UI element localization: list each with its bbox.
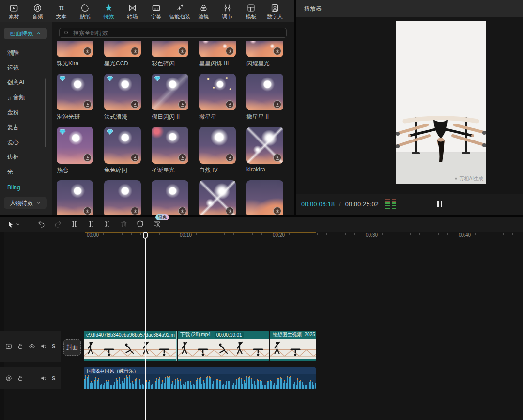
download-icon[interactable] bbox=[83, 207, 92, 215]
sidebar-item-Bling[interactable]: Bling bbox=[0, 180, 52, 195]
toolbar-item-transition[interactable]: 转场 bbox=[121, 3, 144, 19]
toolbar-item-text[interactable]: TI文本 bbox=[49, 3, 73, 19]
sidebar-item-运镜[interactable]: 运镜 bbox=[0, 61, 52, 76]
effect-thumbnail[interactable] bbox=[199, 74, 236, 110]
playhead[interactable] bbox=[143, 232, 148, 420]
effect-thumbnail[interactable] bbox=[199, 41, 236, 57]
solo-label[interactable]: S bbox=[52, 343, 55, 349]
toolbar-item-filter[interactable]: 滤镜 bbox=[192, 3, 215, 19]
sidebar-scrollbar[interactable] bbox=[45, 78, 46, 147]
effect-thumbnail[interactable] bbox=[246, 41, 283, 57]
effect-item[interactable] bbox=[104, 180, 141, 215]
download-icon[interactable] bbox=[178, 47, 186, 55]
effect-item[interactable]: 撒星星 bbox=[199, 74, 236, 120]
download-icon[interactable] bbox=[83, 47, 92, 55]
effect-item[interactable]: 珠光Kira bbox=[57, 41, 93, 66]
effect-item[interactable] bbox=[152, 180, 188, 215]
effect-thumbnail[interactable] bbox=[199, 127, 236, 164]
effect-thumbnail[interactable] bbox=[246, 74, 283, 110]
download-icon[interactable] bbox=[226, 154, 234, 162]
category-dropdown-button[interactable]: 画面特效 bbox=[4, 28, 47, 39]
download-icon[interactable] bbox=[83, 100, 92, 109]
toolbar-item-adjust[interactable]: 调节 bbox=[215, 3, 239, 19]
effect-item[interactable]: 热恋 bbox=[57, 127, 93, 173]
download-icon[interactable] bbox=[273, 207, 281, 215]
effect-item[interactable]: 泡泡光斑 bbox=[57, 74, 93, 120]
effect-item[interactable] bbox=[246, 180, 283, 215]
effect-thumbnail[interactable] bbox=[246, 127, 283, 164]
toolbar-item-media[interactable]: 素材 bbox=[2, 3, 26, 19]
download-icon[interactable] bbox=[273, 100, 281, 109]
effect-item[interactable]: 撒星星 II bbox=[246, 74, 283, 120]
effect-item[interactable]: 兔兔碎闪 bbox=[104, 127, 141, 173]
split-button[interactable] bbox=[70, 220, 78, 228]
sidebar-item-音频[interactable]: ♫音频 bbox=[0, 90, 52, 105]
timeline-ruler[interactable]: 00:0000:1000:2000:3000:40 bbox=[61, 232, 523, 242]
undo-button[interactable] bbox=[37, 220, 46, 228]
pause-button[interactable] bbox=[437, 201, 442, 207]
download-icon[interactable] bbox=[226, 207, 234, 215]
smart-edit-button[interactable]: 限免 bbox=[153, 220, 161, 228]
solo-label[interactable]: S bbox=[52, 375, 55, 381]
effect-thumbnail[interactable] bbox=[152, 74, 188, 110]
effect-item[interactable]: 闪耀星光 bbox=[246, 41, 283, 66]
effect-thumbnail[interactable] bbox=[104, 180, 141, 215]
video-preview[interactable]: 万相AI生成 bbox=[396, 21, 486, 184]
effect-thumbnail[interactable] bbox=[57, 127, 93, 164]
effect-thumbnail[interactable] bbox=[246, 180, 283, 215]
effect-thumbnail[interactable] bbox=[104, 74, 141, 110]
sidebar-item-光[interactable]: 光 bbox=[0, 165, 52, 180]
video-clip[interactable]: e9dfd407f8b340eba96bb57dac884a92.m bbox=[84, 331, 176, 361]
download-icon[interactable] bbox=[178, 100, 186, 109]
sidebar-item-潮酷[interactable]: 潮酷 bbox=[0, 46, 52, 61]
effect-item[interactable]: kirakira bbox=[246, 127, 283, 173]
effect-item[interactable]: 假日闪闪 II bbox=[152, 74, 188, 120]
effect-item[interactable]: 自然 IV bbox=[199, 127, 236, 173]
sidebar-item-创意AI[interactable]: 创意AI bbox=[0, 76, 52, 91]
split-keep-left-button[interactable] bbox=[87, 220, 95, 228]
download-icon[interactable] bbox=[273, 47, 281, 55]
effect-thumbnail[interactable] bbox=[57, 41, 93, 57]
effect-thumbnail[interactable] bbox=[152, 180, 188, 215]
sidebar-item-金粉[interactable]: 金粉 bbox=[0, 105, 52, 120]
effect-thumbnail[interactable] bbox=[152, 127, 188, 164]
effect-thumbnail[interactable] bbox=[57, 180, 93, 215]
search-bar[interactable] bbox=[59, 28, 287, 38]
sidebar-item-边框[interactable]: 边框 bbox=[0, 150, 52, 165]
effect-item[interactable] bbox=[199, 180, 236, 215]
search-input[interactable] bbox=[72, 29, 282, 37]
toolbar-item-digital-human[interactable]: 数字人 bbox=[263, 3, 287, 19]
effect-item[interactable]: 圣诞星光 bbox=[152, 127, 188, 173]
toolbar-item-smart-pack[interactable]: 智能包装 bbox=[168, 3, 192, 19]
toolbar-item-sticker[interactable]: 贴纸 bbox=[73, 3, 97, 19]
download-icon[interactable] bbox=[131, 207, 139, 215]
download-icon[interactable] bbox=[226, 47, 234, 55]
effect-item[interactable] bbox=[57, 180, 93, 215]
effect-thumbnail[interactable] bbox=[152, 41, 188, 57]
download-icon[interactable] bbox=[178, 154, 186, 162]
character-effects-dropdown-button[interactable]: 人物特效 bbox=[4, 197, 47, 209]
effect-item[interactable]: 星星闪烁 III bbox=[199, 41, 236, 66]
effect-thumbnail[interactable] bbox=[57, 74, 93, 110]
toolbar-item-effects[interactable]: 特效 bbox=[97, 3, 121, 19]
download-icon[interactable] bbox=[131, 100, 139, 109]
effect-thumbnail[interactable] bbox=[199, 180, 236, 215]
video-clip[interactable]: 绘想图生视频_2025 bbox=[270, 331, 316, 361]
download-icon[interactable] bbox=[273, 154, 281, 162]
sidebar-item-爱心[interactable]: 爱心 bbox=[0, 135, 52, 150]
toolbar-item-captions[interactable]: 字幕 bbox=[144, 3, 168, 19]
toolbar-item-audio[interactable]: 音频 bbox=[26, 3, 49, 19]
sidebar-item-复古[interactable]: 复古 bbox=[0, 120, 52, 135]
split-keep-right-button[interactable] bbox=[103, 220, 111, 228]
effect-thumbnail[interactable] bbox=[104, 127, 141, 164]
download-icon[interactable] bbox=[131, 47, 139, 55]
toolbar-item-template[interactable]: 模板 bbox=[239, 3, 263, 19]
audio-clip[interactable]: 国潮&中国风（纯音乐） bbox=[84, 367, 316, 389]
effect-item[interactable]: 法式浪漫 bbox=[104, 74, 141, 120]
cover-button[interactable]: 封面 bbox=[63, 339, 81, 356]
mask-button[interactable] bbox=[136, 220, 144, 228]
download-icon[interactable] bbox=[131, 154, 139, 162]
effect-thumbnail[interactable] bbox=[104, 41, 141, 57]
effect-item[interactable]: 星光CCD bbox=[104, 41, 141, 66]
download-icon[interactable] bbox=[83, 154, 92, 162]
